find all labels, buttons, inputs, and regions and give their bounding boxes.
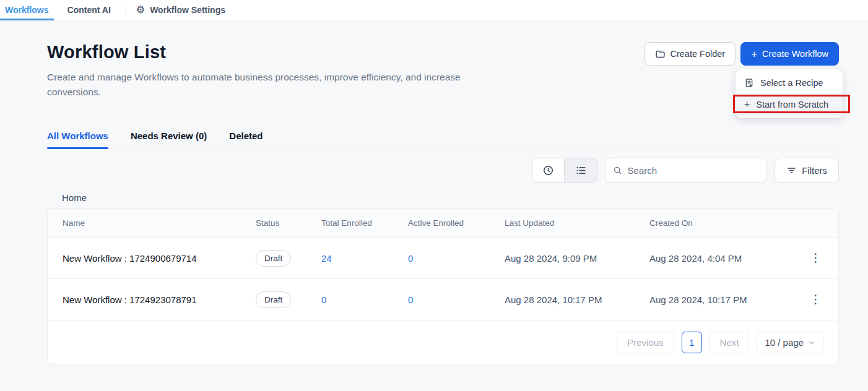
create-workflow-button[interactable]: + Create Workflow — [740, 42, 839, 66]
chevron-down-icon — [808, 339, 815, 346]
created-on-value: Aug 28 2024, 4:04 PM — [649, 253, 793, 264]
status-cell: Draft — [256, 250, 321, 267]
nav-tab-workflows[interactable]: Workflows — [0, 0, 54, 20]
workflow-name[interactable]: New Workflow : 1724923078791 — [48, 294, 256, 305]
filters-button[interactable]: Filters — [775, 158, 839, 183]
col-header-status: Status — [256, 218, 321, 228]
list-icon — [575, 165, 587, 176]
table-row[interactable]: New Workflow : 1724900679714 Draft 24 0 … — [48, 238, 838, 279]
workflow-table-card: Name Status Total Enrolled Active Enroll… — [47, 208, 839, 364]
active-enrolled-link[interactable]: 0 — [408, 253, 505, 264]
nav-tab-workflows-label: Workflows — [5, 5, 49, 15]
col-header-total-enrolled: Total Enrolled — [321, 218, 408, 228]
created-on-value: Aug 28 2024, 10:17 PM — [649, 294, 793, 305]
search-box — [605, 158, 767, 183]
create-workflow-label: Create Workflow — [762, 49, 828, 59]
clock-icon — [542, 165, 554, 176]
nav-workflow-settings-label: Workflow Settings — [150, 5, 225, 15]
col-header-last-updated: Last Updated — [505, 218, 649, 228]
status-badge: Draft — [256, 250, 291, 267]
page-number-button[interactable]: 1 — [682, 332, 702, 353]
create-workflow-dropdown: Select a Recipe + Start from Scratch — [736, 69, 843, 118]
col-header-name: Name — [48, 218, 256, 228]
menu-item-label: Start from Scratch — [756, 100, 828, 110]
create-folder-label: Create Folder — [671, 49, 726, 59]
menu-item-start-from-scratch[interactable]: + Start from Scratch — [736, 93, 843, 115]
breadcrumb[interactable]: Home — [62, 192, 839, 203]
plus-icon: + — [744, 100, 750, 110]
folder-icon — [655, 49, 666, 59]
tab-deleted-label: Deleted — [229, 131, 263, 141]
nav-tab-content-ai[interactable]: Content AI — [63, 0, 116, 20]
nav-tab-content-ai-label: Content AI — [67, 5, 111, 15]
search-input[interactable] — [627, 165, 759, 176]
total-enrolled-link[interactable]: 0 — [321, 294, 408, 305]
row-kebab-menu-icon[interactable]: ⋮ — [793, 255, 838, 261]
active-enrolled-link[interactable]: 0 — [408, 294, 505, 305]
search-icon — [613, 165, 622, 176]
menu-item-select-a-recipe[interactable]: Select a Recipe — [736, 72, 843, 93]
status-badge: Draft — [256, 291, 291, 308]
page-size-select[interactable]: 10 / page — [757, 332, 823, 353]
view-toggle — [532, 158, 597, 183]
tab-needs-review-label: Needs Review (0) — [131, 131, 207, 141]
next-page-button[interactable]: Next — [710, 332, 750, 353]
page-title: Workflow List — [47, 42, 508, 62]
plus-icon: + — [751, 49, 757, 59]
gear-icon: ⚙ — [136, 5, 145, 15]
filter-icon — [786, 165, 797, 176]
top-nav: Workflows Content AI ⚙ Workflow Settings — [0, 0, 868, 20]
col-header-active-enrolled: Active Enrolled — [408, 218, 505, 228]
nav-divider — [126, 4, 126, 16]
nav-workflow-settings[interactable]: ⚙ Workflow Settings — [136, 0, 225, 20]
table-header-row: Name Status Total Enrolled Active Enroll… — [48, 208, 838, 238]
history-view-button[interactable] — [532, 158, 565, 182]
filters-label: Filters — [802, 165, 827, 176]
create-folder-button[interactable]: Create Folder — [644, 42, 736, 66]
page-header: Workflow List Create and manage Workflow… — [47, 42, 839, 100]
page-subtitle: Create and manage Workflows to automate … — [47, 70, 508, 100]
tab-all-workflows-label: All Workflows — [47, 131, 108, 141]
workflow-tabs: All Workflows Needs Review (0) Deleted — [47, 131, 839, 149]
title-block: Workflow List Create and manage Workflow… — [47, 42, 508, 100]
page-size-label: 10 / page — [765, 337, 804, 348]
list-view-button[interactable] — [565, 158, 597, 182]
table-row[interactable]: New Workflow : 1724923078791 Draft 0 0 A… — [48, 279, 838, 320]
tab-needs-review[interactable]: Needs Review (0) — [131, 131, 207, 148]
pagination: Previous 1 Next 10 / page — [48, 320, 838, 364]
row-kebab-menu-icon[interactable]: ⋮ — [793, 296, 838, 303]
list-toolbar: Filters — [47, 158, 839, 183]
workflow-name[interactable]: New Workflow : 1724900679714 — [48, 253, 256, 264]
last-updated-value: Aug 28 2024, 9:09 PM — [505, 253, 649, 264]
tab-deleted[interactable]: Deleted — [229, 131, 263, 148]
status-cell: Draft — [256, 291, 321, 308]
previous-page-button[interactable]: Previous — [617, 332, 674, 353]
col-header-created-on: Created On — [649, 218, 793, 228]
recipe-icon — [744, 78, 754, 88]
menu-item-label: Select a Recipe — [760, 78, 823, 88]
last-updated-value: Aug 28 2024, 10:17 PM — [505, 294, 649, 305]
tab-all-workflows[interactable]: All Workflows — [47, 131, 108, 148]
total-enrolled-link[interactable]: 24 — [321, 253, 408, 264]
